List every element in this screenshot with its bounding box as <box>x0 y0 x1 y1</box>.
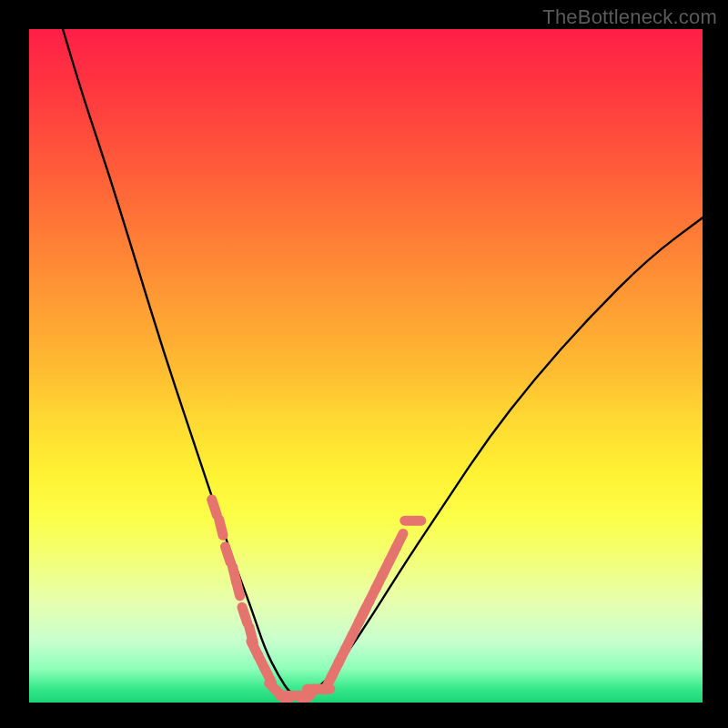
marker-group <box>212 500 421 702</box>
plot-area <box>29 29 703 703</box>
marker-bead <box>212 500 217 515</box>
marker-bead <box>236 581 239 596</box>
marker-bead <box>396 533 403 548</box>
marker-bead <box>226 547 231 562</box>
marker-bead <box>219 520 223 535</box>
chart-container: TheBottleneck.com <box>0 0 728 728</box>
marker-bead <box>242 607 248 622</box>
watermark-label: TheBottleneck.com <box>542 5 717 29</box>
bottleneck-curve-path <box>63 29 703 696</box>
curve-layer <box>29 29 703 703</box>
